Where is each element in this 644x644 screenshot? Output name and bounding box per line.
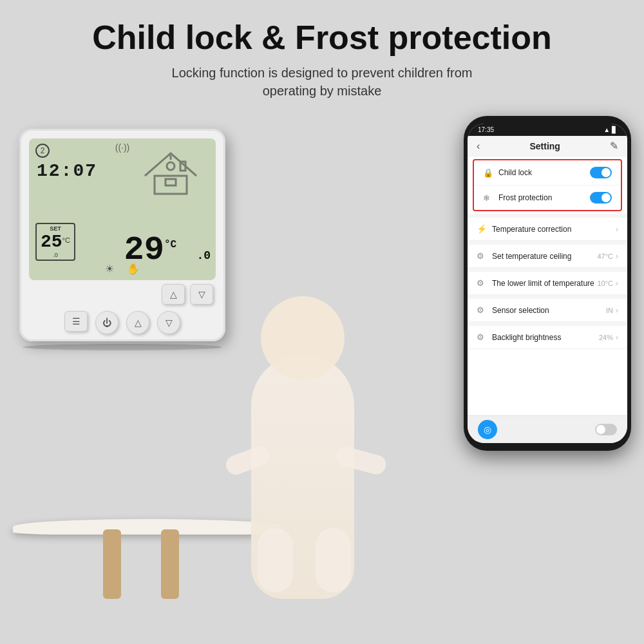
- svg-rect-1: [166, 179, 176, 185]
- phone-time: 17:35: [478, 126, 494, 133]
- thermostat-set-temp: SET 25°C .0: [35, 223, 75, 261]
- hand-icon: ✋: [127, 263, 140, 275]
- bottom-icon[interactable]: ◎: [478, 420, 497, 439]
- temp-ceiling-item[interactable]: ⚙ Set temperature ceiling 47°C ›: [468, 245, 627, 268]
- temp-correction-label: Temperature correction: [492, 225, 571, 234]
- temp-correction-item[interactable]: ⚡ Temperature correction ›: [468, 218, 627, 241]
- phone-body: 17:35 ▲ ▊ ‹ Setting ✎ 🔒: [464, 116, 631, 451]
- sensor-value: IN: [606, 307, 613, 314]
- frost-protection-toggle[interactable]: [590, 192, 612, 204]
- temp-lower-item[interactable]: ⚙ The lower limit of temperature 10°C ›: [468, 272, 627, 295]
- child-lock-item[interactable]: 🔒 Child lock: [474, 160, 621, 185]
- child-lock-label: Child lock: [498, 168, 532, 177]
- temp-ceiling-value: 47°C: [597, 252, 613, 260]
- frost-icon: ❄: [483, 193, 493, 203]
- power-button[interactable]: ⏻: [95, 311, 118, 334]
- sensor-selection-item[interactable]: ⚙ Sensor selection IN ›: [468, 299, 627, 322]
- lock-icon: 🔒: [483, 168, 493, 178]
- menu-button[interactable]: ☰: [64, 311, 88, 332]
- temp-correction-chevron: ›: [616, 225, 618, 234]
- backlight-chevron: ›: [616, 333, 618, 342]
- house-icon: [138, 144, 203, 195]
- temp-ceiling-label: Set temperature ceiling: [492, 252, 571, 261]
- wifi-icon: ((·)): [115, 142, 130, 153]
- backlight-item[interactable]: ⚙ Backlight brightness 24% ›: [468, 326, 627, 349]
- backlight-label: Backlight brightness: [492, 333, 561, 342]
- thermostat-time: 12:07: [37, 161, 97, 181]
- back-button[interactable]: ‹: [477, 140, 480, 152]
- backlight-value: 24%: [599, 334, 613, 341]
- table-leg-right: [161, 529, 179, 599]
- frost-protection-label: Frost protection: [498, 193, 552, 202]
- page-title: Child lock & Frost protection: [39, 19, 605, 56]
- thermostat-circle-num: 2: [35, 144, 50, 158]
- phone-screen: 17:35 ▲ ▊ ‹ Setting ✎ 🔒: [468, 124, 627, 443]
- setting-list: 🔒 Child lock ❄ Frost protection: [468, 156, 627, 415]
- temp-ceiling-icon: ⚙: [477, 251, 487, 261]
- arrow-buttons: △ ▽: [29, 284, 213, 305]
- temp-lower-label: The lower limit of temperature: [492, 279, 594, 288]
- backlight-icon: ⚙: [477, 332, 487, 342]
- temp-lower-icon: ⚙: [477, 278, 487, 288]
- baby-right-leg: [316, 528, 351, 592]
- temp-lower-chevron: ›: [616, 279, 618, 288]
- phone-status-icons: ▲ ▊: [603, 126, 617, 133]
- phone-status-bar: 17:35 ▲ ▊: [468, 124, 627, 136]
- child-lock-toggle[interactable]: [590, 167, 612, 178]
- screen-bottom-icons: ☀ ✋: [105, 263, 140, 275]
- table-leg-left: [103, 529, 121, 599]
- frost-protection-item[interactable]: ❄ Frost protection: [474, 185, 621, 210]
- sensor-label: Sensor selection: [492, 306, 549, 315]
- bottom-toggle[interactable]: [595, 424, 617, 435]
- sensor-icon: ⚙: [477, 305, 487, 315]
- phone-nav-bar: ‹ Setting ✎: [468, 136, 627, 156]
- edit-button[interactable]: ✎: [610, 140, 618, 152]
- sensor-chevron: ›: [616, 306, 618, 315]
- temp-correction-icon: ⚡: [477, 224, 487, 234]
- temp-ceiling-chevron: ›: [616, 252, 618, 261]
- up-button-2[interactable]: △: [126, 311, 149, 334]
- highlight-section: 🔒 Child lock ❄ Frost protection: [473, 159, 622, 211]
- baby-figure: [187, 238, 419, 599]
- phone-bottom-bar: ◎: [468, 415, 627, 443]
- baby-left-leg: [258, 528, 293, 592]
- page-subtitle: Locking function is designed to prevent …: [39, 64, 605, 100]
- svg-point-3: [167, 162, 175, 170]
- content-area: 2 ((·)) 12:07: [0, 109, 644, 599]
- up-arrow-button[interactable]: △: [162, 284, 185, 305]
- baby-head: [261, 296, 345, 380]
- down-button-2[interactable]: ▽: [157, 311, 180, 334]
- phone-device: 17:35 ▲ ▊ ‹ Setting ✎ 🔒: [464, 116, 631, 451]
- setting-title: Setting: [529, 141, 560, 151]
- sun-icon: ☀: [105, 263, 114, 275]
- temp-lower-value: 10°C: [597, 279, 613, 287]
- page-header: Child lock & Frost protection Locking fu…: [0, 0, 644, 109]
